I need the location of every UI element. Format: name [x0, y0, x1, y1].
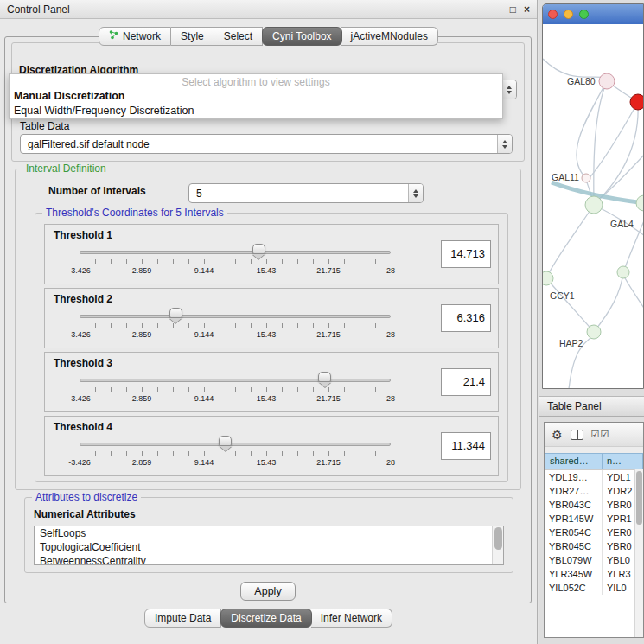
- table-row[interactable]: YDL19…YDL1: [545, 470, 634, 484]
- slider-tick-labels: -3.4262.8599.14415.4321.71528: [80, 394, 391, 405]
- table-row[interactable]: YIL052CYIL0: [545, 581, 634, 595]
- table-cell: YER0: [603, 526, 634, 539]
- tick-label: 21.715: [316, 458, 341, 467]
- table-cell: YBR0: [603, 539, 634, 553]
- tick-label: 9.144: [194, 458, 214, 467]
- tab-cyni-toolbox[interactable]: Cyni Toolbox: [262, 27, 341, 46]
- number-of-intervals-value: 5: [196, 188, 202, 200]
- tab-label: Infer Network: [321, 609, 382, 627]
- table-row[interactable]: YLR345WYLR3: [545, 567, 634, 581]
- table-cell: YPR1: [603, 512, 634, 526]
- slider-ruler: [80, 323, 391, 328]
- algorithm-dropdown-popup: Select algorithm to view settings Manual…: [9, 73, 503, 119]
- node-label-gal80: GAL80: [567, 76, 596, 86]
- network-node[interactable]: [636, 195, 644, 211]
- minimize-traffic-light-icon[interactable]: [564, 10, 573, 19]
- slider-track[interactable]: [80, 251, 391, 254]
- tick-label: -3.426: [68, 266, 91, 275]
- checkbox-icons[interactable]: ☑☑: [591, 429, 610, 440]
- table-row[interactable]: YPR145WYPR1: [545, 512, 634, 526]
- threshold-panel: Threshold 3 -3.4262.8599.14415.4321.7152…: [44, 352, 499, 412]
- list-item[interactable]: TopologicalCoefficient: [35, 540, 503, 554]
- threshold-slider[interactable]: -3.4262.8599.14415.4321.71528: [80, 434, 391, 474]
- apply-button[interactable]: Apply: [240, 582, 296, 601]
- list-item[interactable]: SelfLoops: [35, 526, 503, 540]
- combo-stepper-icon[interactable]: [408, 184, 423, 202]
- close-icon[interactable]: ×: [524, 3, 530, 16]
- column-header-shared-name[interactable]: shared…: [545, 453, 603, 469]
- slider-track[interactable]: [80, 443, 391, 446]
- network-node[interactable]: [582, 174, 590, 182]
- table-row[interactable]: YBR045CYBR0: [545, 539, 634, 553]
- table-panel-header[interactable]: Table Panel: [539, 396, 644, 417]
- close-traffic-light-icon[interactable]: [548, 10, 558, 19]
- tab-style[interactable]: Style: [171, 27, 214, 46]
- table-row[interactable]: YBR043CYBR0: [545, 498, 634, 512]
- tab-jactivemnodules[interactable]: jActiveMNodules: [341, 27, 438, 46]
- network-view-window: GAL80 GAL11 GAL4 GCY1 HAP2: [542, 3, 644, 389]
- slider-track[interactable]: [80, 315, 391, 318]
- threshold-value-field[interactable]: 21.4: [441, 368, 491, 396]
- tick-label: 15.43: [257, 394, 277, 403]
- list-scrollbar[interactable]: [492, 526, 503, 564]
- column-header-name[interactable]: n…: [603, 453, 643, 469]
- tick-label: -3.426: [68, 330, 91, 339]
- bottom-tab-bar: Impute Data Discretize Data Infer Networ…: [0, 609, 537, 628]
- slider-thumb[interactable]: [318, 372, 331, 382]
- combo-stepper-icon[interactable]: [497, 135, 512, 153]
- number-of-intervals-combobox[interactable]: 5: [188, 183, 424, 203]
- network-node[interactable]: [587, 325, 601, 339]
- table-toolbar: ⚙ ☑☑: [545, 423, 643, 447]
- slider-tick-labels: -3.4262.8599.14415.4321.71528: [80, 266, 391, 277]
- tab-label: Select: [224, 28, 252, 45]
- tab-network[interactable]: Network: [99, 27, 171, 46]
- float-window-icon[interactable]: □: [510, 3, 516, 16]
- tick-label: 28: [386, 330, 395, 339]
- network-node[interactable]: [617, 266, 629, 278]
- table-panel-title: Table Panel: [547, 400, 602, 412]
- slider-thumb[interactable]: [169, 308, 182, 318]
- tab-impute-data[interactable]: Impute Data: [144, 609, 221, 628]
- threshold-value-field[interactable]: 6.316: [441, 304, 491, 332]
- threshold-value-field[interactable]: 14.713: [441, 240, 491, 268]
- columns-icon[interactable]: [571, 430, 583, 440]
- network-node[interactable]: [543, 271, 553, 285]
- tab-select[interactable]: Select: [214, 27, 263, 46]
- list-item[interactable]: BetweennessCentrality: [35, 554, 503, 565]
- tab-label: Cyni Toolbox: [272, 28, 331, 45]
- dropdown-option-equal-width-frequency[interactable]: Equal Width/Frequency Discretization: [10, 104, 502, 118]
- table-row[interactable]: YDR27…YDR2: [545, 484, 634, 498]
- threshold-slider[interactable]: -3.4262.8599.14415.4321.71528: [80, 370, 391, 410]
- threshold-value-field[interactable]: 11.344: [441, 432, 491, 460]
- tick-label: 28: [386, 458, 395, 467]
- table-panel-window: ⚙ ☑☑ shared… n… YDL19…YDL1YDR27…YDR2YBR0…: [544, 422, 644, 638]
- network-window-titlebar: [543, 4, 643, 24]
- network-node[interactable]: [585, 196, 603, 214]
- table-data-combobox[interactable]: galFiltered.sif default node: [20, 134, 513, 154]
- scrollbar-thumb[interactable]: [636, 471, 642, 525]
- tick-label: 9.144: [194, 266, 214, 275]
- slider-thumb[interactable]: [252, 244, 265, 254]
- gear-icon[interactable]: ⚙: [552, 428, 563, 442]
- scrollbar-thumb[interactable]: [494, 527, 502, 550]
- threshold-slider[interactable]: -3.4262.8599.14415.4321.71528: [80, 242, 391, 282]
- threshold-slider[interactable]: -3.4262.8599.14415.4321.71528: [80, 306, 391, 346]
- table-row[interactable]: YBL079WYBL0: [545, 553, 634, 567]
- dropdown-option-manual-discretization[interactable]: Manual Discretization: [10, 89, 502, 104]
- network-node-selected[interactable]: [630, 94, 644, 110]
- slider-tick-labels: -3.4262.8599.14415.4321.71528: [80, 330, 391, 341]
- tab-infer-network[interactable]: Infer Network: [311, 609, 392, 628]
- threshold-label: Threshold 1: [54, 229, 112, 241]
- zoom-traffic-light-icon[interactable]: [579, 10, 589, 19]
- slider-thumb[interactable]: [219, 436, 232, 446]
- table-row[interactable]: YER054CYER0: [545, 526, 634, 539]
- table-cell: YBL0: [603, 553, 634, 567]
- top-tab-bar: Network Style Select Cyni Toolbox jActiv…: [0, 27, 537, 46]
- network-node[interactable]: [599, 73, 615, 89]
- tab-discretize-data[interactable]: Discretize Data: [220, 609, 311, 628]
- threshold-label: Threshold 2: [54, 293, 112, 305]
- slider-track[interactable]: [80, 379, 391, 382]
- table-scrollbar[interactable]: [634, 469, 643, 637]
- network-canvas[interactable]: GAL80 GAL11 GAL4 GCY1 HAP2: [543, 24, 644, 389]
- combo-stepper-icon[interactable]: [501, 80, 516, 99]
